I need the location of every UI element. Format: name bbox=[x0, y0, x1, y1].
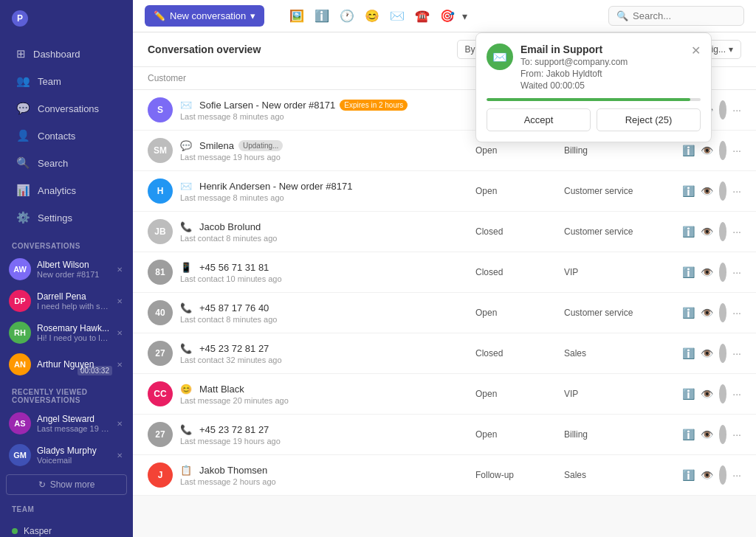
view-action-icon[interactable]: 👁️ bbox=[701, 429, 713, 440]
view-action-icon[interactable]: 👁️ bbox=[701, 307, 713, 319]
conv-item-gm[interactable]: GM Gladys Murphy Voicemail ✕ bbox=[3, 440, 130, 471]
team-members-list: Kasper Mads Smilena Tue Jacob Christian … bbox=[0, 516, 133, 537]
more-action-icon[interactable]: ··· bbox=[732, 145, 741, 156]
row-name: 📞 Jacob Brolund bbox=[180, 221, 475, 232]
conv-avatar-dp: DP bbox=[9, 290, 31, 312]
new-conversation-button[interactable]: ✏️ New conversation ▾ bbox=[145, 5, 264, 27]
conv-close-rh[interactable]: ✕ bbox=[117, 329, 123, 337]
email-icon[interactable]: ✉️ bbox=[387, 6, 408, 27]
show-more-button[interactable]: ↻ Show more bbox=[6, 474, 127, 495]
more-action-icon[interactable]: ··· bbox=[732, 347, 741, 359]
row-queue: Billing bbox=[564, 429, 682, 440]
conv-item-aw[interactable]: AW Albert Wilson New order #8171 ✕ bbox=[3, 254, 130, 285]
sidebar-item-analytics[interactable]: 📊Analytics bbox=[4, 177, 128, 204]
more-action-icon[interactable]: ··· bbox=[732, 307, 741, 319]
more-action-icon[interactable]: ··· bbox=[732, 266, 741, 278]
row-info: 📋 Jakob Thomsen Last message 2 hours ago bbox=[180, 465, 475, 486]
table-row[interactable]: J 📋 Jakob Thomsen Last message 2 hours a… bbox=[133, 455, 756, 496]
row-avatar: 27 bbox=[148, 422, 173, 447]
more-action-icon[interactable]: ··· bbox=[732, 469, 741, 481]
conv-close-an[interactable]: ✕ bbox=[117, 361, 123, 369]
channel-icon: 📋 bbox=[180, 465, 192, 476]
table-row[interactable]: 81 📱 +45 56 71 31 81 Last contact 10 min… bbox=[133, 252, 756, 293]
table-row[interactable]: H ✉️ Henrik Andersen - New order #8171 L… bbox=[133, 171, 756, 212]
conv-item-rh[interactable]: RH Rosemary Hawk... Hi! I need you to lo… bbox=[3, 317, 130, 348]
conv-item-as[interactable]: AS Angel Steward Last message 19 hours..… bbox=[3, 408, 130, 439]
sidebar-recent-list: AS Angel Steward Last message 19 hours..… bbox=[0, 407, 133, 471]
notification-waited: Waited 00:00:05 bbox=[520, 80, 628, 91]
table-row[interactable]: JB 📞 Jacob Brolund Last contact 8 minute… bbox=[133, 212, 756, 252]
more-icons-button[interactable]: ▾ bbox=[462, 10, 467, 22]
more-action-icon[interactable]: ··· bbox=[732, 226, 741, 238]
more-action-icon[interactable]: ··· bbox=[732, 388, 741, 400]
row-name: 📱 +45 56 71 31 81 bbox=[180, 262, 475, 273]
sidebar-item-contacts[interactable]: 👤Contacts bbox=[4, 122, 128, 149]
show-more-label: Show more bbox=[50, 479, 95, 490]
info-action-icon[interactable]: ℹ️ bbox=[682, 226, 695, 238]
info-action-icon[interactable]: ℹ️ bbox=[682, 388, 695, 400]
notification-close-button[interactable]: ✕ bbox=[691, 44, 701, 58]
row-info: 📞 +45 23 72 81 27 Last contact 32 minute… bbox=[180, 343, 475, 364]
info-action-icon[interactable]: ℹ️ bbox=[682, 266, 695, 278]
table-row[interactable]: 27 📞 +45 23 72 81 27 Last contact 32 min… bbox=[133, 333, 756, 374]
view-action-icon[interactable]: 👁️ bbox=[701, 469, 713, 481]
conv-close-as[interactable]: ✕ bbox=[117, 420, 123, 428]
phone-icon[interactable]: ☎️ bbox=[412, 6, 433, 27]
conv-item-an[interactable]: AN Arthur Nguyen 00:03:32 ✕ bbox=[3, 349, 130, 380]
view-action-icon[interactable]: 👁️ bbox=[701, 145, 713, 156]
table-row[interactable]: CC 😊 Matt Black Last message 20 minutes … bbox=[133, 374, 756, 415]
reject-button[interactable]: Reject (25) bbox=[597, 108, 701, 131]
info-action-icon[interactable]: ℹ️ bbox=[682, 185, 695, 197]
row-customer: 27 📞 +45 23 72 81 27 Last contact 32 min… bbox=[148, 341, 475, 366]
conv-close-aw[interactable]: ✕ bbox=[117, 266, 123, 274]
conversation-table-body: S ✉️ Sofie Larsen - New order #8171 Expi… bbox=[133, 90, 756, 537]
sidebar-item-dashboard[interactable]: ⊞Dashboard bbox=[4, 41, 128, 67]
info-action-icon[interactable]: ℹ️ bbox=[682, 307, 695, 319]
target-icon[interactable]: 🎯 bbox=[437, 6, 458, 27]
view-action-icon[interactable]: 👁️ bbox=[701, 226, 713, 238]
team-member-kasper[interactable]: Kasper bbox=[0, 522, 133, 537]
notification-popup: ✉️ Email in Support To: support@company.… bbox=[475, 32, 712, 142]
sidebar-item-settings[interactable]: ⚙️Settings bbox=[4, 204, 128, 231]
updating-badge: Updating... bbox=[238, 140, 283, 151]
info-action-icon[interactable]: ℹ️ bbox=[682, 469, 695, 481]
table-row[interactable]: 40 📞 +45 87 17 76 40 Last contact 8 minu… bbox=[133, 293, 756, 333]
more-action-icon[interactable]: ··· bbox=[732, 104, 741, 116]
view-action-icon[interactable]: 👁️ bbox=[701, 347, 713, 359]
conv-close-gm[interactable]: ✕ bbox=[117, 451, 123, 460]
more-action-icon[interactable]: ··· bbox=[732, 429, 741, 440]
view-action-icon[interactable]: 👁️ bbox=[701, 185, 713, 197]
agent-avatar bbox=[719, 100, 726, 119]
conv-close-dp[interactable]: ✕ bbox=[117, 297, 123, 305]
conv-item-dp[interactable]: DP Darrell Pena I need help with some...… bbox=[3, 285, 130, 316]
row-name: 😊 Matt Black bbox=[180, 384, 475, 395]
table-row[interactable]: 27 📞 +45 23 72 81 27 Last message 19 hou… bbox=[133, 415, 756, 455]
info-action-icon[interactable]: ℹ️ bbox=[682, 145, 695, 156]
channel-icon: 📞 bbox=[180, 302, 192, 313]
conv-preview-gm: Voicemail bbox=[37, 456, 111, 465]
more-action-icon[interactable]: ··· bbox=[732, 185, 741, 197]
row-status: Open bbox=[475, 429, 564, 440]
sidebar-item-conversations[interactable]: 💬Conversations bbox=[4, 95, 128, 122]
sidebar-item-search[interactable]: 🔍Search bbox=[4, 150, 128, 176]
search-icon: 🔍 bbox=[616, 10, 628, 21]
clock-icon[interactable]: 🕐 bbox=[337, 6, 357, 27]
accept-button[interactable]: Accept bbox=[487, 108, 591, 131]
conv-info-gm: Gladys Murphy Voicemail bbox=[37, 446, 111, 465]
agent-avatar bbox=[719, 222, 726, 241]
sidebar: P ⊞Dashboard👥Team💬Conversations👤Contacts… bbox=[0, 0, 133, 537]
info-action-icon[interactable]: ℹ️ bbox=[682, 347, 695, 359]
info-icon[interactable]: ℹ️ bbox=[312, 6, 332, 27]
emoji-icon[interactable]: 😊 bbox=[362, 6, 382, 27]
sidebar-item-label: Contacts bbox=[38, 131, 75, 142]
search-icon: 🔍 bbox=[16, 156, 30, 170]
row-customer: 81 📱 +45 56 71 31 81 Last contact 10 min… bbox=[148, 260, 475, 285]
info-action-icon[interactable]: ℹ️ bbox=[682, 429, 695, 440]
topbar-icons: 🖼️ ℹ️ 🕐 😊 ✉️ ☎️ 🎯 ▾ bbox=[286, 6, 467, 27]
sidebar-item-team[interactable]: 👥Team bbox=[4, 68, 128, 94]
view-action-icon[interactable]: 👁️ bbox=[701, 388, 713, 400]
view-action-icon[interactable]: 👁️ bbox=[701, 266, 713, 278]
gallery-icon[interactable]: 🖼️ bbox=[286, 6, 307, 27]
search-input[interactable] bbox=[633, 10, 736, 21]
row-actions: ℹ️ 👁️ ··· bbox=[682, 181, 741, 201]
